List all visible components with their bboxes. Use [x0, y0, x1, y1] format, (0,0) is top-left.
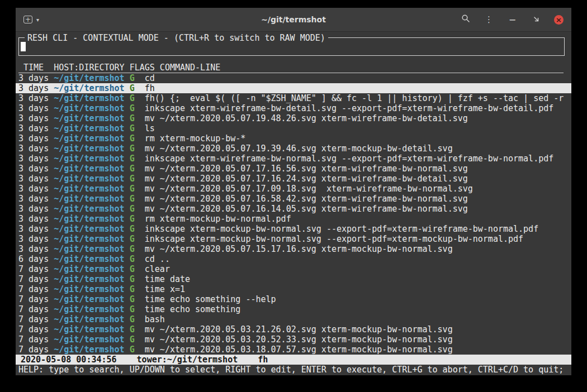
row-host-directory: ~/git/termshot [54, 194, 124, 204]
chevron-down-icon[interactable]: ▾ [36, 17, 39, 23]
row-flags: G [130, 224, 135, 234]
history-row[interactable]: 3 days ~/git/termshot G mv ~/xterm.2020.… [16, 113, 571, 123]
history-row[interactable]: 7 days ~/git/termshot G clear [16, 264, 571, 274]
row-command: mv ~/xterm.2020.05.07.19.39.46.svg xterm… [145, 144, 453, 154]
history-row[interactable]: 7 days ~/git/termshot G time date [16, 274, 571, 284]
row-time: 3 days [18, 234, 49, 244]
row-flags: G [130, 254, 135, 264]
row-host-directory: ~/git/termshot [54, 93, 124, 103]
menu-button[interactable]: ⋮ [484, 15, 494, 25]
row-host-directory: ~/git/termshot [54, 264, 124, 274]
row-flags: G [130, 103, 135, 113]
history-row[interactable]: 7 days ~/git/termshot G mv ~/xterm.2020.… [16, 324, 571, 334]
row-flags: G [130, 154, 135, 164]
minimize-button[interactable]: − [507, 15, 518, 25]
history-row[interactable]: 3 days ~/git/termshot G rm xterm-mockup-… [16, 133, 571, 144]
row-time: 3 days [18, 214, 49, 224]
kebab-menu-icon: ⋮ [485, 15, 493, 25]
status-bar: 2020-05-08 00:34:56tower:~/git/termshotf… [16, 355, 571, 365]
row-flags: G [130, 184, 135, 194]
row-flags: G [130, 314, 135, 324]
status-datetime: 2020-05-08 00:34:56 [21, 355, 117, 365]
row-command: rm xterm-mockup-bw-normal.pdf [145, 214, 291, 224]
row-host-directory: ~/git/termshot [54, 154, 124, 164]
row-host-directory: ~/git/termshot [54, 234, 124, 244]
row-command: inkscape xterm-wireframe-bw-detail.svg -… [145, 103, 554, 113]
history-row[interactable]: 7 days ~/git/termshot G mv ~/xterm.2020.… [16, 345, 571, 355]
status-command: fh [258, 355, 268, 365]
row-host-directory: ~/git/termshot [54, 103, 124, 113]
history-row[interactable]: 3 days ~/git/termshot G inkscape xterm-m… [16, 224, 571, 234]
row-time: 3 days [18, 103, 49, 113]
row-host-directory: ~/git/termshot [54, 334, 124, 345]
history-row[interactable]: 3 days ~/git/termshot G ls [16, 123, 571, 133]
row-host-directory: ~/git/termshot [54, 304, 124, 314]
history-row[interactable]: 3 days ~/git/termshot G mv ~/xterm.2020.… [16, 204, 571, 214]
row-time: 3 days [18, 184, 49, 194]
row-flags: G [130, 304, 135, 314]
history-row[interactable]: 7 days ~/git/termshot G time echo someth… [16, 294, 571, 304]
row-host-directory: ~/git/termshot [54, 164, 124, 174]
row-time: 3 days [18, 144, 49, 154]
row-host-directory: ~/git/termshot [54, 174, 124, 184]
row-time: 7 days [18, 334, 49, 345]
row-time: 7 days [18, 304, 49, 314]
history-row[interactable]: 3 days ~/git/termshot G rm xterm-mockup-… [16, 214, 571, 224]
history-row[interactable]: 6 days ~/git/termshot G cd .. [16, 254, 571, 264]
row-host-directory: ~/git/termshot [54, 204, 124, 214]
row-command: mv ~/xterm.2020.05.07.17.16.56.svg xterm… [145, 164, 468, 174]
history-row[interactable]: 3 days ~/git/termshot G cd [16, 73, 571, 83]
new-tab-icon: + [23, 16, 32, 23]
row-flags: G [130, 194, 135, 204]
new-tab-button[interactable]: + ▾ [23, 16, 39, 23]
row-flags: G [130, 324, 135, 334]
history-row[interactable]: 3 days ~/git/termshot G mv ~/xterm.2020.… [16, 194, 571, 204]
row-flags: G [130, 174, 135, 184]
row-flags: G [130, 214, 135, 224]
history-row[interactable]: 3 days ~/git/termshot G mv ~/xterm.2020.… [16, 144, 571, 154]
row-time: 3 days [18, 224, 49, 234]
history-row[interactable]: 7 days ~/git/termshot G mv ~/xterm.2020.… [16, 334, 571, 345]
row-flags: G [130, 244, 135, 254]
row-command: ls [145, 123, 155, 133]
row-host-directory: ~/git/termshot [54, 284, 124, 294]
search-input-box[interactable]: RESH CLI - CONTEXTUAL MODE - (CTRL+R to … [18, 37, 565, 56]
row-host-directory: ~/git/termshot [54, 274, 124, 284]
search-button[interactable] [460, 15, 471, 25]
row-command: mv ~/xterm.2020.05.07.16.14.05.svg xterm… [145, 204, 468, 214]
row-host-directory: ~/git/termshot [54, 123, 124, 133]
row-time: 3 days [18, 73, 49, 83]
row-command: mv ~/xterm.2020.05.03.21.26.02.svg xterm… [145, 324, 453, 334]
row-command: time x=1 [145, 284, 185, 294]
history-row[interactable]: 3 days ~/git/termshot G inkscape xterm-w… [16, 154, 571, 164]
restore-button[interactable] [531, 15, 541, 25]
row-host-directory: ~/git/termshot [54, 254, 124, 264]
history-row[interactable]: 7 days ~/git/termshot G bash [16, 314, 571, 324]
row-host-directory: ~/git/termshot [54, 214, 124, 224]
search-box-title: RESH CLI - CONTEXTUAL MODE - (CTRL+R to … [25, 33, 328, 43]
history-row[interactable]: 3 days ~/git/termshot G fh() {; eval $( … [16, 93, 571, 103]
row-time: 3 days [18, 174, 49, 184]
row-host-directory: ~/git/termshot [54, 345, 124, 355]
close-button[interactable]: × [554, 15, 564, 25]
row-time: 3 days [18, 113, 49, 123]
history-row[interactable]: 3 days ~/git/termshot G inkscape xterm-m… [16, 234, 571, 244]
history-row[interactable]: 7 days ~/git/termshot G time echo someth… [16, 304, 571, 314]
row-time: 3 days [18, 244, 49, 254]
row-time: 3 days [18, 93, 49, 103]
row-command: bash [145, 314, 165, 324]
history-row[interactable]: 3 days ~/git/termshot G mv ~/xterm.2020.… [16, 184, 571, 194]
history-row[interactable]: 3 days ~/git/termshot G mv ~/xterm.2020.… [16, 244, 571, 254]
row-command: inkscape xterm-wireframe-bw-normal.svg -… [145, 154, 554, 164]
row-flags: G [130, 83, 135, 93]
row-host-directory: ~/git/termshot [54, 324, 124, 334]
row-flags: G [130, 334, 135, 345]
history-row[interactable]: 7 days ~/git/termshot G time x=1 [16, 284, 571, 294]
history-row[interactable]: 3 days ~/git/termshot G mv ~/xterm.2020.… [16, 174, 571, 184]
history-row[interactable]: 3 days ~/git/termshot G mv ~/xterm.2020.… [16, 164, 571, 174]
history-row-selected[interactable]: 3 days ~/git/termshot G fh [16, 83, 571, 93]
row-command: rm xterm-mockup-bw-* [145, 133, 246, 144]
row-flags: G [130, 113, 135, 123]
history-row[interactable]: 3 days ~/git/termshot G inkscape xterm-w… [16, 103, 571, 113]
row-flags: G [130, 274, 135, 284]
